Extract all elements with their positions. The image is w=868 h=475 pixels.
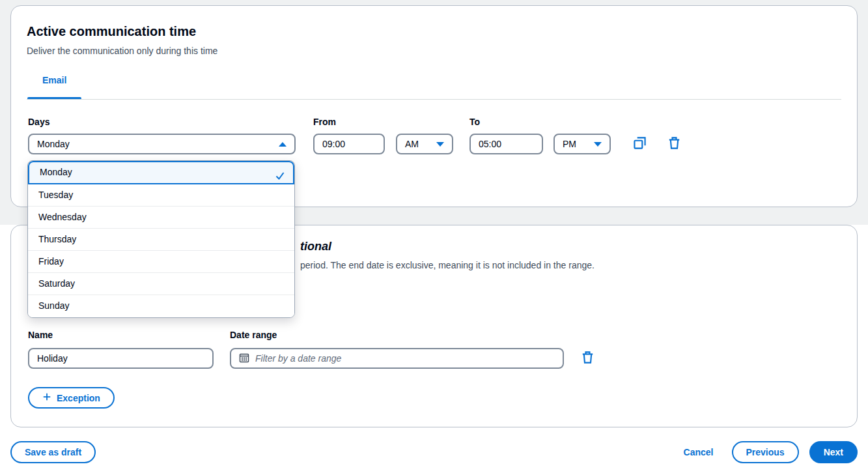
card-subtitle: Deliver the communication only during th… xyxy=(27,46,217,56)
wizard-footer: Save as draft Cancel Previous Next xyxy=(10,441,858,463)
days-select[interactable]: Monday xyxy=(28,134,296,154)
date-range-field[interactable] xyxy=(230,348,564,369)
option-label: Tuesday xyxy=(38,190,73,200)
days-option-sunday[interactable]: Sunday xyxy=(28,295,294,317)
footer-actions: Cancel Previous Next xyxy=(684,441,858,463)
option-label: Friday xyxy=(38,256,64,266)
to-meridiem-select[interactable]: PM xyxy=(553,134,611,154)
days-option-thursday[interactable]: Thursday xyxy=(28,229,294,251)
days-label: Days xyxy=(28,117,49,127)
chevron-up-icon xyxy=(279,142,287,147)
to-time-input[interactable] xyxy=(469,134,543,154)
date-range-label: Date range xyxy=(230,330,277,340)
name-label: Name xyxy=(28,330,53,340)
chevron-down-icon xyxy=(594,142,602,147)
trash-icon xyxy=(581,351,594,366)
days-option-tuesday[interactable]: Tuesday xyxy=(28,184,294,207)
tab-email[interactable]: Email xyxy=(27,75,81,100)
add-exception-label: Exception xyxy=(57,393,100,403)
tab-email-label: Email xyxy=(42,75,66,85)
delete-row-button[interactable] xyxy=(666,136,682,152)
option-label: Sunday xyxy=(38,300,69,311)
card-title: Active communication time xyxy=(27,24,196,39)
exceptions-description-fragment: period. The end date is exclusive, meani… xyxy=(300,260,595,270)
name-input[interactable] xyxy=(28,348,214,369)
to-label: To xyxy=(469,117,480,127)
days-select-value: Monday xyxy=(37,139,70,149)
days-option-wednesday[interactable]: Wednesday xyxy=(28,207,294,229)
copy-icon xyxy=(634,137,646,151)
date-range-input[interactable] xyxy=(255,353,555,364)
copy-row-button[interactable] xyxy=(632,136,647,152)
option-label: Saturday xyxy=(38,278,75,289)
days-option-saturday[interactable]: Saturday xyxy=(28,273,294,295)
from-time-input[interactable] xyxy=(313,134,385,154)
days-dropdown: Monday Tuesday Wednesday Thursday Friday… xyxy=(27,160,295,318)
add-exception-button[interactable]: Exception xyxy=(28,387,115,409)
to-meridiem-value: PM xyxy=(563,139,576,149)
save-draft-button[interactable]: Save as draft xyxy=(10,441,96,463)
previous-button[interactable]: Previous xyxy=(732,441,799,463)
cancel-button[interactable]: Cancel xyxy=(684,447,714,457)
tabs-divider xyxy=(27,99,841,100)
option-label: Wednesday xyxy=(38,212,87,222)
chevron-down-icon xyxy=(436,142,444,147)
from-meridiem-value: AM xyxy=(405,139,419,149)
option-label: Thursday xyxy=(38,234,76,244)
days-option-monday[interactable]: Monday xyxy=(28,161,294,184)
option-label: Monday xyxy=(40,167,72,177)
from-label: From xyxy=(313,117,336,127)
calendar-icon xyxy=(239,353,249,365)
plus-icon xyxy=(42,392,51,403)
days-option-friday[interactable]: Friday xyxy=(28,251,294,273)
trash-icon xyxy=(668,137,680,151)
from-meridiem-select[interactable]: AM xyxy=(396,134,453,154)
next-button[interactable]: Next xyxy=(809,441,858,463)
delete-exception-button[interactable] xyxy=(580,351,595,366)
exceptions-title-fragment: tional xyxy=(300,240,331,253)
